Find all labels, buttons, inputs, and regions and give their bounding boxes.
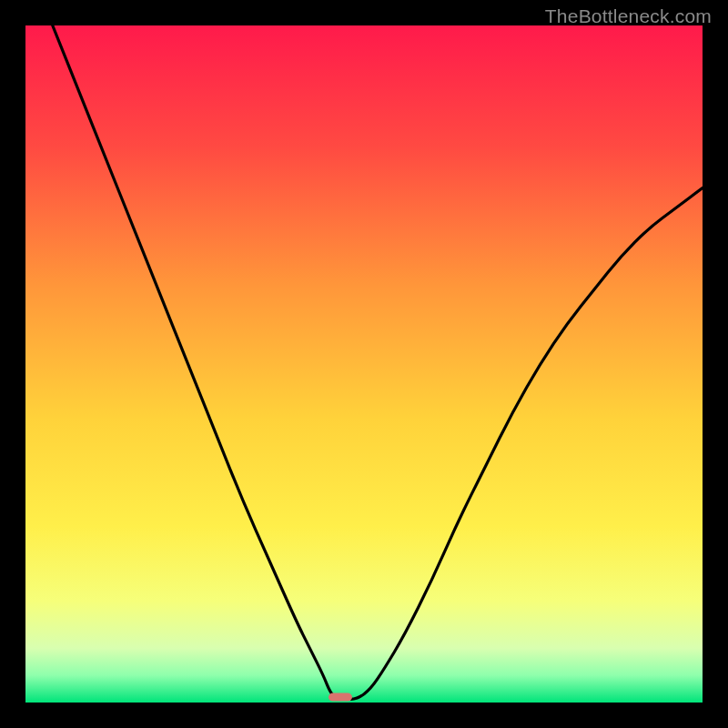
plot-area bbox=[25, 25, 703, 703]
chart-svg bbox=[25, 25, 703, 703]
watermark-text: TheBottleneck.com bbox=[545, 5, 712, 27]
chart-frame: TheBottleneck.com bbox=[0, 0, 728, 728]
gradient-background bbox=[25, 25, 703, 703]
min-marker bbox=[329, 693, 352, 702]
